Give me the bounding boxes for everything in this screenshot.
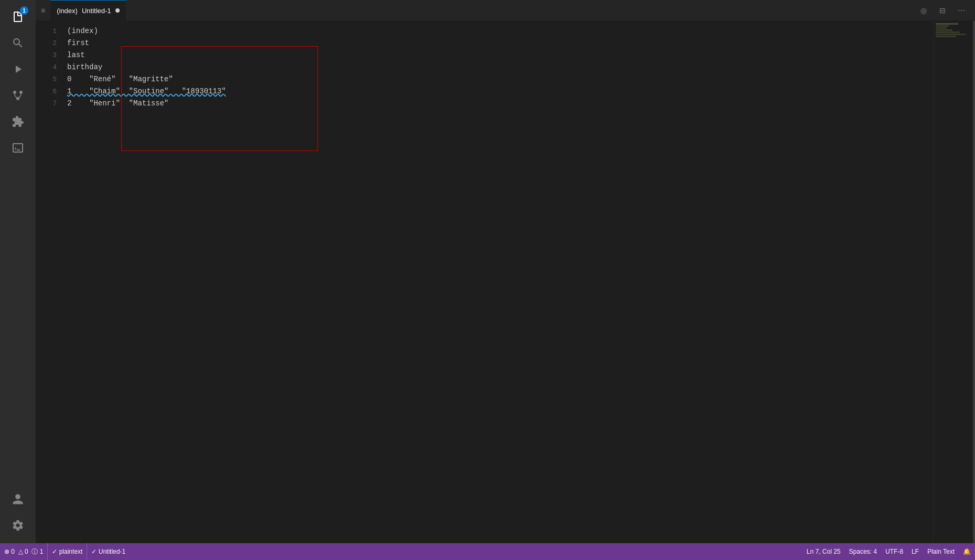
encoding-text: UTF-8 <box>885 548 903 555</box>
tab-label: (index) <box>57 7 78 15</box>
terminal-icon[interactable] <box>5 135 30 160</box>
tab-filename: Untitled-1 <box>82 7 111 15</box>
files-icon[interactable]: 1 <box>5 4 30 29</box>
activity-bar: 1 <box>0 0 36 543</box>
tab-actions: ◎ ⊟ ⋯ <box>916 0 975 20</box>
tab-dirty-indicator <box>115 8 120 13</box>
errors-warnings-section[interactable]: ⊗ 0 △ 0 ⓘ 1 <box>0 543 47 560</box>
status-bar: ⊗ 0 △ 0 ⓘ 1 ✓ plaintext ✓ Untitled-1 Ln … <box>0 543 975 560</box>
code-line-2: 2 first <box>36 37 933 49</box>
run-debug-icon[interactable] <box>5 57 30 82</box>
editor-area: 1 (index) 2 first 3 last 4 birthday 5 <box>36 21 975 560</box>
minimap-scrollbar[interactable] <box>973 21 975 560</box>
minimap-content <box>934 21 975 40</box>
cursor-position-text: Ln 7, Col 25 <box>807 548 841 555</box>
code-container: 1 (index) 2 first 3 last 4 birthday 5 <box>36 25 933 110</box>
svg-point-1 <box>13 91 16 94</box>
untitled-check-text: ✓ Untitled-1 <box>91 548 125 555</box>
plaintext-check-text: ✓ plaintext <box>52 548 82 555</box>
encoding-section[interactable]: UTF-8 <box>881 543 907 560</box>
line-ending-section[interactable]: LF <box>907 543 923 560</box>
more-actions-icon[interactable]: ⋯ <box>954 3 969 18</box>
minimap[interactable] <box>933 21 975 560</box>
errors-warnings-text: ⊗ 0 △ 0 ⓘ 1 <box>4 547 43 556</box>
plaintext-check-section[interactable]: ✓ plaintext <box>48 543 87 560</box>
tab-index[interactable]: (index) Untitled-1 <box>50 0 126 20</box>
source-control-icon[interactable] <box>5 83 30 108</box>
notifications-bell-icon: 🔔 <box>963 548 971 555</box>
cursor-position-section[interactable]: Ln 7, Col 25 <box>802 543 845 560</box>
notifications-section[interactable]: 🔔 <box>959 543 975 560</box>
code-line-7: 7 2 "Henri" "Matisse" <box>36 98 933 110</box>
code-line-1: 1 (index) <box>36 25 933 37</box>
svg-point-2 <box>19 91 23 94</box>
code-line-3: 3 last <box>36 49 933 61</box>
notifications-icon[interactable]: ◎ <box>916 3 931 18</box>
files-badge: 1 <box>20 6 28 15</box>
account-icon[interactable] <box>5 487 30 512</box>
code-line-5: 5 0 "René" "Magritte" <box>36 73 933 85</box>
code-line-4: 4 birthday <box>36 61 933 73</box>
untitled-check-section[interactable]: ✓ Untitled-1 <box>87 543 130 560</box>
search-icon[interactable] <box>5 30 30 56</box>
settings-icon[interactable] <box>5 513 30 538</box>
language-mode-text: Plain Text <box>927 548 955 555</box>
code-line-6: 6 1 "Chaim" "Soutine" "18930113" <box>36 85 933 98</box>
editor-content[interactable]: 1 (index) 2 first 3 last 4 birthday 5 <box>36 21 933 560</box>
spaces-section[interactable]: Spaces: 4 <box>845 543 881 560</box>
main-container: ≡ (index) Untitled-1 ◎ ⊟ ⋯ 1 (index) 2 <box>36 0 975 560</box>
split-editor-icon[interactable]: ⊟ <box>935 3 950 18</box>
tab-menu-button[interactable]: ≡ <box>36 0 50 20</box>
language-mode-section[interactable]: Plain Text <box>923 543 959 560</box>
extensions-icon[interactable] <box>5 109 30 134</box>
line-ending-text: LF <box>912 548 919 555</box>
spaces-text: Spaces: 4 <box>849 548 877 555</box>
tab-bar: ≡ (index) Untitled-1 ◎ ⊟ ⋯ <box>36 0 975 21</box>
